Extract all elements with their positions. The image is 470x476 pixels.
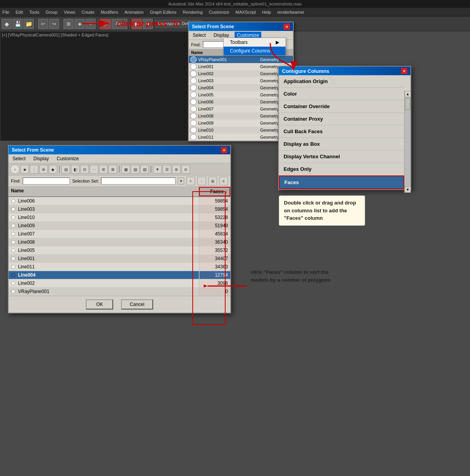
table-row[interactable]: Line002 3096 [9,279,230,288]
bg-row-l4[interactable]: Line004 [198,85,260,90]
selection-set-btn4[interactable]: ≡ [219,177,228,185]
config-item-display-as-box[interactable]: Display as Box [279,138,404,150]
dropdown-configure-columns[interactable]: Configure Columns [224,47,286,55]
scroll-thumb[interactable] [405,98,410,110]
config-item-edges-only[interactable]: Edges Only [279,163,404,176]
toolbar-icon3[interactable]: 📁 [24,19,34,29]
selection-set-input[interactable] [101,177,175,185]
tool-icon1[interactable]: ■ [20,165,29,174]
menu-group[interactable]: Group [45,10,58,14]
config-scrollbar[interactable]: ▲ ▼ [404,91,410,193]
configure-columns-dialog[interactable]: Configure Columns ✕ Application Origin C… [278,66,411,190]
tool-icon7[interactable]: ⊟ [80,165,89,174]
menu-help[interactable]: Help [262,10,271,14]
select-scene-bg-close[interactable]: ✕ [284,24,290,30]
menu-tools[interactable]: Tools [29,10,40,14]
config-item-cull-back-faces[interactable]: Cull Back Faces [279,125,404,138]
config-item-container-override[interactable]: Container Override [279,100,404,113]
menu-edit[interactable]: Edit [16,10,23,14]
table-row[interactable]: Line007 45814 [9,230,230,238]
menu-rendering[interactable]: Rendering [183,10,203,14]
table-row[interactable]: Line006 59854 [9,197,230,205]
bg-row-l10[interactable]: Line010 [198,128,260,132]
th-faces[interactable]: Faces ↓ [199,187,230,196]
bg-row-l6[interactable]: Line006 [198,100,260,104]
bg-row-l11[interactable]: Line011 [198,135,260,139]
table-row[interactable]: Line005 35572 [9,246,230,255]
bg-row-l1[interactable]: Line001 [198,64,260,69]
bg-row-l9[interactable]: Line009 [198,121,260,125]
main-select-dialog[interactable]: Select From Scene ✕ Select Display Custo… [8,145,231,313]
cancel-button[interactable]: Cancel [121,299,153,309]
bg-row-vrp[interactable]: VRayPlane001 [198,57,260,62]
menu-modifiers[interactable]: Modifiers [101,10,118,14]
ok-button[interactable]: OK [86,299,113,309]
table-row[interactable]: VRayPlane001 0 [9,288,230,296]
bg-row-l7[interactable]: Line007 [198,107,260,111]
menu-animation[interactable]: Animation [125,10,144,14]
menu-file[interactable]: File [2,10,9,14]
tool-icon6[interactable]: ◧ [71,165,80,174]
bg-row-l5[interactable]: Line005 [198,92,260,97]
config-item-container-proxy[interactable]: Container Proxy [279,113,404,125]
menu-create[interactable]: Create [81,10,94,14]
config-item-faces[interactable]: Faces [279,176,404,189]
config-item-color[interactable]: Color [279,88,404,100]
menu-maxscript[interactable]: MAXScript [235,10,256,14]
menu-renderbeamer[interactable]: renderbeamer [277,10,304,14]
tool-icon11[interactable]: ▦ [121,165,130,174]
tool-filter-icon[interactable]: ▼ [153,165,162,174]
row-name-line001: Line001 [16,255,199,262]
bg-row-l8[interactable]: Line008 [198,114,260,118]
table-row[interactable]: Line011 34363 [9,263,230,271]
table-row[interactable]: Line009 51949 [9,222,230,230]
main-menu-select[interactable]: Select [10,155,28,162]
tool-circle-btn[interactable]: ○ [10,165,20,174]
customize-dropdown[interactable]: Toolbars ▶ Configure Columns [223,38,286,56]
table-row[interactable]: Line003 59854 [9,205,230,214]
selection-set-btn1[interactable]: + [186,177,195,185]
tool-icon16[interactable]: ⊘ [181,165,190,174]
tool-icon15[interactable]: ⊗ [172,165,181,174]
menu-customize[interactable]: Customize [209,10,229,14]
selection-set-dropdown[interactable]: ▾ [178,177,184,185]
tool-icon10[interactable]: ⊠ [108,165,117,174]
selection-set-btn2[interactable]: - [197,177,206,185]
table-row[interactable]: Line010 53228 [9,214,230,222]
selection-set-btn3[interactable]: ⊞ [208,177,217,185]
config-item-application-origin[interactable]: Application Origin [279,75,404,88]
tool-icon9[interactable]: ⊞ [99,165,108,174]
tool-icon5[interactable]: ▤ [61,165,70,174]
find-input[interactable] [23,177,70,185]
main-dialog-close[interactable]: ✕ [221,147,227,153]
tool-icon4[interactable]: ◆ [49,165,57,174]
toolbar-undo[interactable]: ↩ [38,19,48,29]
table-row-selected[interactable]: Line004 12794 [9,271,230,279]
menu-graph-editors[interactable]: Graph Editors [150,10,177,14]
scroll-down-btn[interactable]: ▼ [405,186,411,193]
table-row[interactable]: Line001 34407 [9,255,230,263]
config-close-btn[interactable]: ✕ [401,68,407,74]
scroll-up-btn[interactable]: ▲ [405,91,411,97]
bg-row-l2[interactable]: Line002 [198,71,260,76]
main-menu-display[interactable]: Display [31,155,51,162]
toolbar-icon2[interactable]: 💾 [13,19,23,29]
table-row[interactable]: Line008 36340 [9,238,230,246]
menu-views[interactable]: Views [64,10,75,14]
toolbar-icon4[interactable]: ⊞ [63,19,74,29]
toolbar-icon1[interactable]: ◆ [2,19,12,29]
find-label: Find: [11,179,20,183]
th-name[interactable]: Name [9,187,199,196]
main-menu-customize[interactable]: Customize [54,155,81,162]
bg-menu-select[interactable]: Select [190,32,208,39]
tool-icon8[interactable]: ⋯ [90,165,98,174]
tool-icon14[interactable]: ☰ [163,165,171,174]
toolbar-redo[interactable]: ↪ [49,19,59,29]
tool-icon2[interactable]: ⋮ [30,165,38,174]
config-item-display-vertex-channel[interactable]: Display Vertex Channel [279,150,404,163]
tool-icon13[interactable]: ▨ [140,165,149,174]
tool-icon3[interactable]: ⊕ [39,165,48,174]
tool-icon12[interactable]: ▧ [131,165,139,174]
bg-row-l3[interactable]: Line003 [198,78,260,83]
dropdown-toolbars[interactable]: Toolbars ▶ [224,38,286,47]
